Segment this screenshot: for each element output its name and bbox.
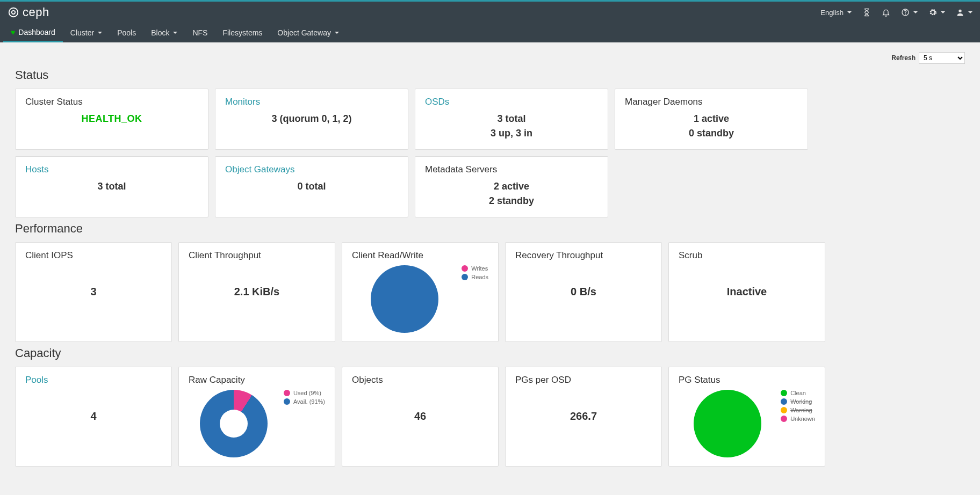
card-title-link[interactable]: Hosts [25,164,198,175]
nav-pools[interactable]: Pools [110,23,143,42]
card-value: 1 active 0 standby [625,112,798,141]
card-mds: Metadata Servers 2 active 2 standby [415,156,608,217]
card-value: 4 [25,410,162,423]
card-title: Scrub [679,250,815,261]
card-title: Manager Daemons [625,97,798,107]
card-value: 46 [352,410,488,423]
svg-point-1 [12,11,15,14]
card-osds: OSDs 3 total 3 up, 3 in [415,89,608,150]
user-menu[interactable] [956,8,972,17]
card-pgs-per-osd: PGs per OSD 266.7 [505,367,662,467]
card-objects: Objects 46 [342,367,499,467]
card-title-link[interactable]: Object Gateways [225,164,398,175]
card-value: 3 total [25,179,198,194]
card-title: Cluster Status [25,97,198,107]
nav-filesystems[interactable]: Filesystems [215,23,270,42]
page-body: Refresh 5 s Status Cluster Status HEALTH… [0,42,980,483]
card-title-link[interactable]: OSDs [425,97,598,107]
pg-status-pie-chart [694,390,761,457]
card-value: 266.7 [515,410,652,423]
language-menu[interactable]: English [820,9,852,17]
notifications-icon[interactable] [882,8,890,17]
help-menu[interactable] [901,8,918,17]
card-client-rw: Client Read/Write Writes Reads [342,242,499,342]
card-raw-capacity: Raw Capacity Used (9%) Avail. (91%) [178,367,335,467]
status-cards: Cluster Status HEALTH_OK Monitors 3 (quo… [15,89,965,217]
svg-point-0 [9,8,18,17]
card-title: Raw Capacity [189,375,325,385]
card-title: Metadata Servers [425,164,598,175]
card-title-link[interactable]: Pools [25,375,162,385]
performance-cards: Client IOPS 3 Client Throughput 2.1 KiB/… [15,242,965,342]
main-nav: ♥Dashboard Cluster Pools Block NFS Files… [0,23,980,42]
card-title-link[interactable]: Monitors [225,97,398,107]
settings-menu[interactable] [928,8,945,17]
section-status-title: Status [15,68,965,82]
client-rw-legend: Writes Reads [462,265,488,282]
card-value: 2.1 KiB/s [189,286,325,298]
card-title: PG Status [679,375,815,385]
card-client-iops: Client IOPS 3 [15,242,172,342]
card-title: Client Read/Write [352,250,488,261]
card-cluster-status: Cluster Status HEALTH_OK [15,89,208,150]
nav-nfs[interactable]: NFS [185,23,215,42]
topbar: ceph English [0,0,980,23]
card-value: Inactive [679,286,815,298]
card-client-throughput: Client Throughput 2.1 KiB/s [178,242,335,342]
tasks-icon[interactable] [862,8,871,17]
card-value: 2 active 2 standby [425,179,598,208]
refresh-control: Refresh 5 s [15,52,965,64]
card-value: 3 total 3 up, 3 in [425,112,598,141]
section-capacity-title: Capacity [15,346,965,360]
card-value: 0 total [225,179,398,194]
topbar-right: English [820,8,972,17]
refresh-select[interactable]: 5 s [919,52,965,64]
pg-status-legend: Clean Working Warning Unknown [781,390,815,424]
card-value: 3 [25,286,162,298]
card-recovery-throughput: Recovery Throughput 0 B/s [505,242,662,342]
ceph-logo-icon [8,6,19,18]
card-monitors: Monitors 3 (quorum 0, 1, 2) [215,89,408,150]
card-value: 3 (quorum 0, 1, 2) [225,112,398,126]
svg-point-4 [959,10,961,12]
brand-logo[interactable]: ceph [8,5,49,19]
client-rw-pie-chart [371,265,438,333]
card-value: 0 B/s [515,286,652,298]
card-title: PGs per OSD [515,375,652,385]
svg-point-3 [905,14,906,14]
nav-cluster[interactable]: Cluster [63,23,110,42]
refresh-label: Refresh [891,54,916,62]
card-title: Client IOPS [25,250,162,261]
language-label: English [820,9,844,17]
raw-capacity-donut-chart [200,390,268,457]
nav-object-gateway[interactable]: Object Gateway [270,23,347,42]
raw-capacity-legend: Used (9%) Avail. (91%) [284,390,325,407]
health-value: HEALTH_OK [81,113,142,124]
card-pg-status: PG Status Clean Working Warning Unknown [668,367,825,467]
brand-text: ceph [23,5,49,19]
nav-dashboard[interactable]: ♥Dashboard [3,23,63,42]
card-rgw: Object Gateways 0 total [215,156,408,217]
card-pools: Pools 4 [15,367,172,467]
card-title: Recovery Throughput [515,250,652,261]
card-mgr: Manager Daemons 1 active 0 standby [615,89,808,150]
nav-block[interactable]: Block [143,23,185,42]
card-hosts: Hosts 3 total [15,156,208,217]
card-title: Objects [352,375,488,385]
card-scrub: Scrub Inactive [668,242,825,342]
capacity-cards: Pools 4 Raw Capacity Used (9%) Avail. (9… [15,367,965,467]
section-performance-title: Performance [15,222,965,236]
card-title: Client Throughput [189,250,325,261]
health-icon: ♥ [11,28,15,37]
